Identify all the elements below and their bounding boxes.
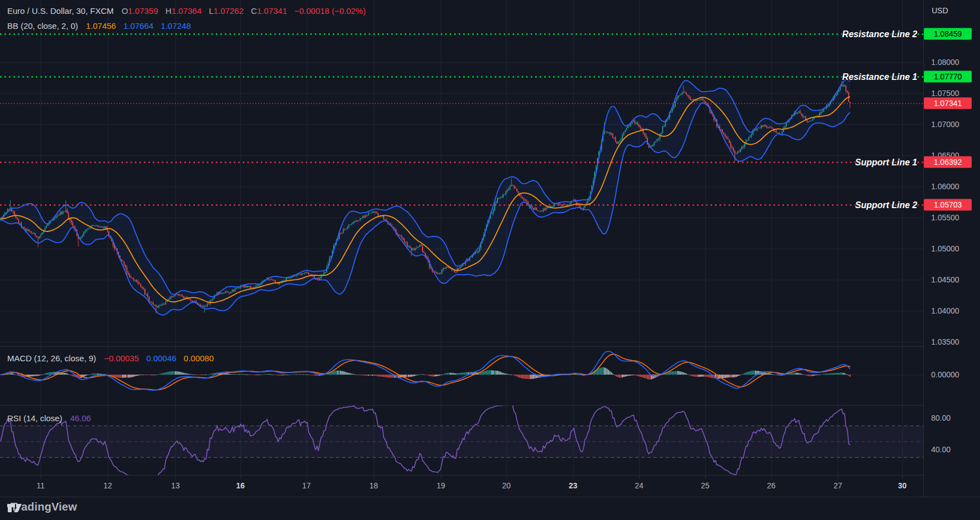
level-label[interactable]: Resistance Line 2: [842, 29, 917, 39]
rsi-legend: RSI (14, close) 46.06: [7, 413, 96, 428]
time-axis-label: 12: [103, 481, 112, 490]
time-axis-label: 20: [502, 481, 511, 490]
time-axis-label: 30: [898, 481, 907, 490]
rsi-value: 46.06: [70, 413, 91, 423]
macd-signal-value: 0.00080: [184, 354, 214, 363]
ohlc-low: L1.07262: [209, 6, 244, 16]
time-axis-label: 27: [833, 481, 842, 490]
price-axis-tick: 1.04000: [931, 306, 959, 315]
tradingview-logo-icon: [7, 501, 22, 515]
change-value: −0.00018 (−0.02%): [294, 6, 365, 16]
symbol-title[interactable]: Euro / U.S. Dollar, 30, FXCM: [7, 6, 114, 16]
time-axis-label: 18: [369, 481, 378, 490]
resistance-price-tag: 1.07770: [924, 71, 972, 83]
symbol-legend: Euro / U.S. Dollar, 30, FXCM O1.07359 H1…: [7, 6, 366, 36]
price-axis-tick: 1.06000: [931, 182, 959, 191]
symbol-ohlc-row: Euro / U.S. Dollar, 30, FXCM O1.07359 H1…: [7, 6, 366, 21]
price-axis-tick: 80.00: [931, 413, 951, 422]
price-axis-tick: 1.04500: [931, 275, 959, 284]
ohlc-close: C1.07341: [251, 6, 287, 16]
price-price-tag: 1.07341: [924, 98, 972, 109]
time-axis-label: 11: [37, 481, 45, 490]
price-axis-tick: 1.07000: [931, 120, 959, 129]
time-axis-label: 13: [171, 481, 180, 490]
macd-line-value: 0.00046: [146, 354, 176, 363]
macd-legend-row: MACD (12, 26, close, 9) −0.00035 0.00046…: [7, 353, 219, 368]
macd-legend: MACD (12, 26, close, 9) −0.00035 0.00046…: [7, 353, 219, 368]
price-axis-tick: 1.05000: [931, 244, 959, 253]
time-axis-label: 24: [635, 481, 644, 490]
bb-legend-row: BB (20, close, 2, 0) 1.07456 1.07664 1.0…: [7, 21, 366, 36]
ohlc-open: O1.07359: [122, 6, 158, 16]
bb-lower-value: 1.07248: [161, 21, 191, 31]
price-axis-tick: 1.05500: [931, 213, 959, 222]
rsi-legend-row: RSI (14, close) 46.06: [7, 413, 96, 428]
bb-indicator-title[interactable]: BB (20, close, 2, 0): [7, 21, 78, 31]
price-axis-tick: 0.00000: [931, 370, 959, 379]
bb-upper-value: 1.07664: [123, 21, 153, 31]
time-axis-label: 23: [569, 481, 577, 490]
price-axis-tick: 40.00: [931, 445, 951, 454]
time-axis-label: 26: [767, 481, 776, 490]
chart-canvas[interactable]: Resistance Line 2Resistance Line 1Suppor…: [0, 0, 980, 520]
macd-indicator-title[interactable]: MACD (12, 26, close, 9): [7, 354, 96, 363]
bollinger-lower-band: [1, 103, 850, 315]
level-label[interactable]: Support Line 2: [855, 200, 917, 210]
price-axis-tick: 1.08000: [931, 58, 959, 67]
time-axis[interactable]: 1112131617181920232425262730: [0, 476, 923, 497]
tradingview-chart-window: Resistance Line 2Resistance Line 1Suppor…: [0, 0, 980, 520]
resistance-price-tag: 1.08459: [924, 28, 972, 40]
support-price-tag: 1.06392: [924, 156, 972, 168]
price-axis-tick: 1.03500: [931, 337, 959, 346]
time-axis-label: 17: [302, 481, 311, 490]
level-label[interactable]: Resistance Line 1: [842, 72, 917, 82]
rsi-indicator-title[interactable]: RSI (14, close): [7, 413, 62, 423]
support-price-tag: 1.05703: [924, 199, 972, 211]
price-axis[interactable]: USD 1.080001.075001.070001.065001.060001…: [923, 0, 980, 497]
bb-basis-value: 1.07456: [86, 21, 116, 31]
currency-label: USD: [932, 6, 948, 15]
macd-hist-value: −0.00035: [104, 354, 139, 363]
macd-histogram: [0, 367, 851, 380]
price-axis-tick: 1.07500: [931, 89, 959, 98]
tradingview-logo[interactable]: TradingView: [7, 501, 77, 513]
time-axis-label: 16: [236, 481, 245, 490]
time-axis-label: 19: [436, 481, 445, 490]
time-axis-label: 25: [701, 481, 710, 490]
ohlc-high: H1.07364: [165, 6, 202, 16]
level-label[interactable]: Support Line 1: [855, 158, 917, 167]
bottom-toolbar: TradingView: [0, 497, 980, 520]
